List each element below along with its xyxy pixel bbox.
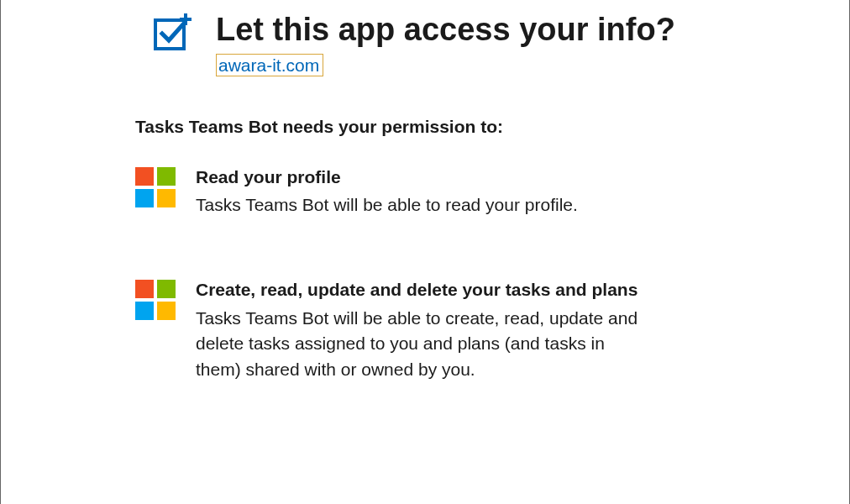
svg-rect-0 [155,20,184,49]
permission-desc: Tasks Teams Bot will be able to create, … [196,306,649,382]
svg-rect-7 [135,280,154,298]
page-title: Let this app access your info? [216,10,715,50]
svg-rect-8 [157,280,176,298]
app-icon [152,13,192,54]
permission-title: Create, read, update and delete your tas… [196,278,649,302]
svg-rect-9 [135,302,154,320]
svg-rect-2 [180,18,192,21]
svg-rect-5 [135,189,154,207]
svg-rect-4 [157,167,176,186]
svg-rect-6 [157,189,176,207]
permission-intro: Tasks Teams Bot needs your permission to… [135,117,715,137]
permission-block: Create, read, update and delete your tas… [135,278,715,382]
permission-title: Read your profile [196,165,649,189]
microsoft-logo-icon [135,167,176,207]
microsoft-logo-icon [135,280,176,320]
domain-link[interactable]: awara-it.com [216,54,323,76]
consent-header: Let this app access your info? awara-it.… [135,10,715,76]
svg-rect-3 [135,167,154,186]
svg-rect-10 [157,302,176,320]
permission-desc: Tasks Teams Bot will be able to read you… [196,192,649,218]
permission-block: Read your profile Tasks Teams Bot will b… [135,165,715,218]
